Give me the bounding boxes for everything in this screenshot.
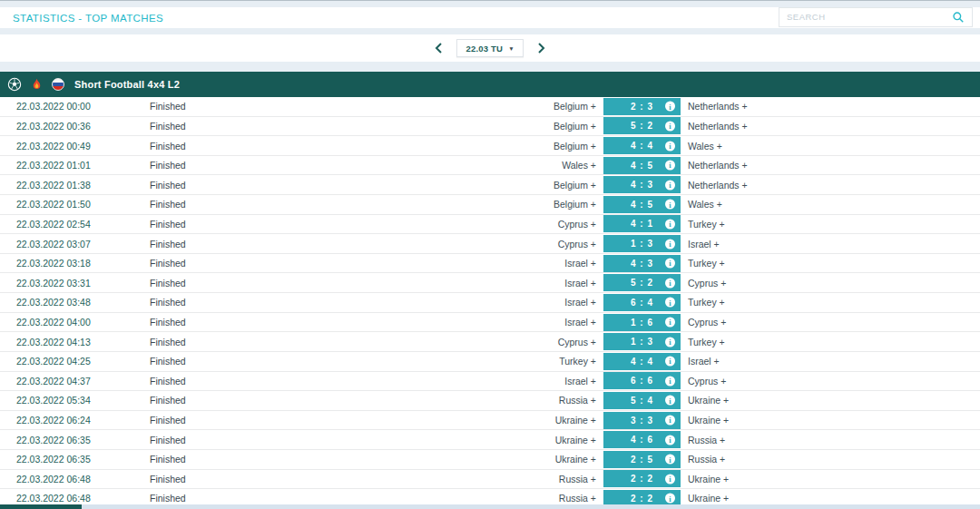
away-team-link[interactable]: Cyprus +: [681, 278, 980, 289]
home-team-link[interactable]: Wales +: [331, 160, 603, 171]
search-icon[interactable]: [952, 11, 965, 24]
horizontal-scrollbar-track[interactable]: [0, 504, 980, 509]
info-icon[interactable]: i: [665, 474, 675, 484]
info-icon[interactable]: i: [665, 278, 675, 288]
away-team-link[interactable]: Turkey +: [681, 297, 980, 308]
home-team-link[interactable]: Israel +: [331, 258, 603, 269]
match-status: Finished: [150, 219, 331, 230]
match-row: 22.03.2022 02:54 Finished Cyprus + 4 : 1…: [0, 215, 980, 235]
info-icon[interactable]: i: [665, 416, 675, 426]
info-icon[interactable]: i: [665, 219, 675, 229]
next-date-button[interactable]: [533, 40, 549, 56]
score-badge[interactable]: 4 : 3 i: [603, 255, 681, 272]
home-team-link[interactable]: Belgium +: [331, 141, 603, 152]
info-icon[interactable]: i: [665, 376, 675, 386]
info-icon[interactable]: i: [665, 180, 675, 190]
info-icon[interactable]: i: [665, 455, 675, 465]
score-badge[interactable]: 4 : 3 i: [603, 176, 681, 193]
info-icon[interactable]: i: [665, 357, 675, 367]
home-team-link[interactable]: Israel +: [331, 317, 603, 328]
match-row: 22.03.2022 03:31 Finished Israel + 5 : 2…: [0, 273, 980, 293]
home-team-link[interactable]: Cyprus +: [331, 219, 603, 230]
info-icon[interactable]: i: [665, 200, 675, 210]
away-team-link[interactable]: Turkey +: [681, 258, 980, 269]
info-icon[interactable]: i: [665, 396, 675, 406]
score-badge[interactable]: 4 : 4 i: [603, 137, 681, 154]
home-team-link[interactable]: Belgium +: [331, 121, 603, 132]
score-badge[interactable]: 1 : 6 i: [603, 314, 681, 331]
score-badge[interactable]: 5 : 2 i: [603, 117, 681, 134]
home-team-link[interactable]: Israel +: [331, 297, 603, 308]
score-value: 2 : 2: [631, 474, 653, 484]
home-team-link[interactable]: Cyprus +: [331, 337, 603, 347]
info-icon[interactable]: i: [665, 298, 675, 308]
info-icon[interactable]: i: [665, 141, 675, 151]
score-badge[interactable]: 2 : 2 i: [603, 470, 681, 487]
away-team-link[interactable]: Israel +: [681, 356, 980, 367]
score-badge[interactable]: 5 : 4 i: [603, 392, 681, 409]
home-team-link[interactable]: Ukraine +: [331, 454, 603, 465]
score-badge[interactable]: 1 : 3 i: [603, 235, 681, 252]
away-team-link[interactable]: Russia +: [681, 435, 980, 445]
home-team-link[interactable]: Israel +: [331, 278, 603, 289]
home-team-link[interactable]: Russia +: [331, 395, 603, 406]
away-team-link[interactable]: Netherlands +: [681, 121, 980, 132]
away-team-link[interactable]: Netherlands +: [681, 180, 980, 191]
away-team-link[interactable]: Wales +: [681, 199, 980, 210]
away-team-link[interactable]: Ukraine +: [681, 493, 980, 504]
score-badge[interactable]: 2 : 5 i: [603, 451, 681, 468]
away-team-link[interactable]: Ukraine +: [681, 474, 980, 485]
score-badge[interactable]: 4 : 5 i: [603, 157, 681, 174]
score-badge[interactable]: 6 : 6 i: [603, 372, 681, 389]
home-team-link[interactable]: Belgium +: [331, 199, 603, 210]
info-icon[interactable]: i: [665, 435, 675, 445]
info-icon[interactable]: i: [665, 102, 675, 112]
away-team-link[interactable]: Russia +: [681, 454, 980, 465]
home-team-link[interactable]: Belgium +: [331, 101, 603, 112]
info-icon[interactable]: i: [665, 239, 675, 249]
score-badge[interactable]: 4 : 6 i: [603, 431, 681, 448]
match-status: Finished: [150, 160, 331, 171]
info-icon[interactable]: i: [665, 494, 675, 504]
info-icon[interactable]: i: [665, 318, 675, 328]
match-datetime: 22.03.2022 00:00: [16, 101, 150, 112]
away-team-link[interactable]: Cyprus +: [681, 317, 980, 328]
league-header[interactable]: Short Football 4x4 L2: [0, 72, 980, 97]
home-team-link[interactable]: Israel +: [331, 376, 603, 387]
info-icon[interactable]: i: [665, 259, 675, 269]
home-team-link[interactable]: Turkey +: [331, 356, 603, 367]
info-icon[interactable]: i: [665, 121, 675, 131]
score-badge[interactable]: 4 : 5 i: [603, 196, 681, 213]
score-badge[interactable]: 5 : 2 i: [603, 274, 681, 291]
match-datetime: 22.03.2022 06:24: [16, 415, 150, 426]
score-badge[interactable]: 6 : 4 i: [603, 294, 681, 311]
away-team-link[interactable]: Turkey +: [681, 337, 980, 347]
score-badge[interactable]: 2 : 3 i: [603, 98, 681, 115]
away-team-link[interactable]: Ukraine +: [681, 395, 980, 406]
date-navigation: 22.03 TU ▼: [0, 34, 980, 62]
search-input[interactable]: [787, 12, 952, 22]
home-team-link[interactable]: Belgium +: [331, 180, 603, 191]
home-team-link[interactable]: Russia +: [331, 474, 603, 485]
prev-date-button[interactable]: [431, 40, 447, 56]
score-badge[interactable]: 4 : 1 i: [603, 215, 681, 232]
home-team-link[interactable]: Russia +: [331, 493, 603, 504]
date-dropdown[interactable]: 22.03 TU ▼: [456, 39, 523, 57]
away-team-link[interactable]: Cyprus +: [681, 376, 980, 387]
away-team-link[interactable]: Netherlands +: [681, 160, 980, 171]
home-team-link[interactable]: Ukraine +: [331, 415, 603, 426]
score-badge[interactable]: 4 : 4 i: [603, 353, 681, 370]
info-icon[interactable]: i: [665, 161, 675, 171]
away-team-link[interactable]: Wales +: [681, 141, 980, 152]
score-badge[interactable]: 3 : 3 i: [603, 412, 681, 429]
away-team-link[interactable]: Netherlands +: [681, 101, 980, 112]
away-team-link[interactable]: Israel +: [681, 239, 980, 250]
away-team-link[interactable]: Ukraine +: [681, 415, 980, 426]
home-team-link[interactable]: Ukraine +: [331, 435, 603, 445]
score-badge[interactable]: 1 : 3 i: [603, 333, 681, 350]
search-box[interactable]: [779, 7, 973, 27]
home-team-link[interactable]: Cyprus +: [331, 239, 603, 250]
info-icon[interactable]: i: [665, 337, 675, 347]
away-team-link[interactable]: Turkey +: [681, 219, 980, 230]
horizontal-scrollbar-thumb[interactable]: [0, 504, 82, 509]
